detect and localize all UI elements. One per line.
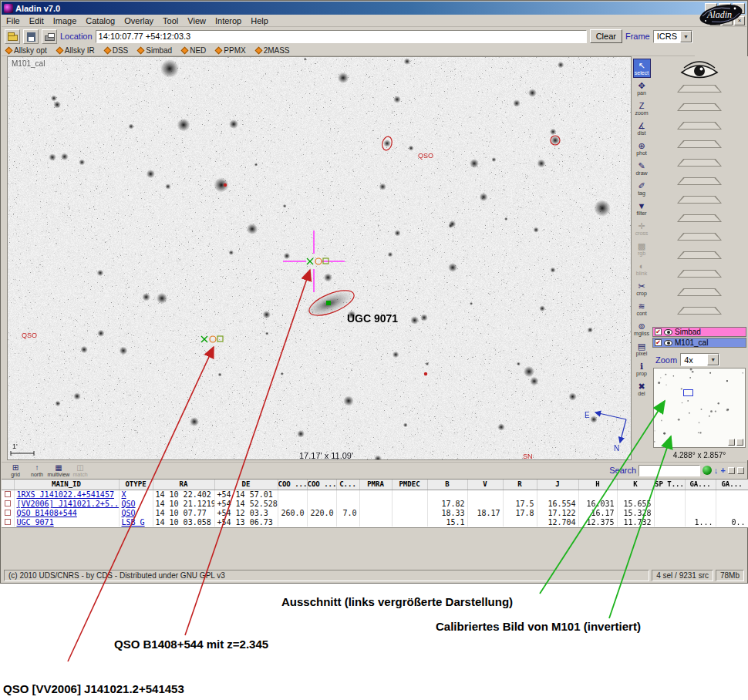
menu-edit[interactable]: Edit — [25, 15, 49, 26]
server-allsky-opt[interactable]: Allsky opt — [6, 46, 47, 55]
cell[interactable]: QSO B1408+544 — [14, 508, 119, 517]
server-ned[interactable]: NED — [182, 46, 206, 55]
cell[interactable]: 1RXS J141022.4+541457 — [14, 490, 119, 499]
cell[interactable]: LSB G — [119, 517, 153, 527]
stack-slot[interactable] — [677, 85, 722, 93]
tool-phot[interactable]: ⊕phot — [633, 139, 651, 158]
cell-link[interactable]: UGC 9071 — [17, 518, 54, 527]
server-dss[interactable]: DSS — [105, 46, 129, 55]
server-simbad[interactable]: Simbad — [138, 46, 172, 55]
cell-link[interactable]: [VV2006] J141021.2+5.. — [17, 500, 119, 508]
tool-prop[interactable]: ℹprop — [633, 359, 651, 379]
column-header-16[interactable]: GA... — [685, 480, 716, 490]
location-input[interactable] — [96, 30, 587, 43]
zoom-select[interactable]: 4x ▼ — [680, 353, 719, 366]
menu-view[interactable]: View — [183, 15, 211, 26]
column-header-8[interactable]: PMDEC — [392, 480, 427, 490]
frame-select[interactable]: ICRS ▼ — [653, 30, 692, 43]
viewctl-multiview[interactable]: ▦multiview — [49, 463, 69, 477]
chevron-down-icon[interactable]: ▼ — [680, 31, 692, 42]
column-header-12[interactable]: J — [537, 480, 578, 490]
stack-slot[interactable] — [677, 233, 722, 241]
tool-zoom[interactable]: Zzoom — [633, 99, 651, 118]
cell[interactable]: QSO — [119, 499, 153, 508]
row-checkbox[interactable] — [5, 510, 11, 516]
table-row[interactable]: [VV2006] J141021.2+5..QSO14 10 21.1219+5… — [2, 499, 748, 508]
table-row[interactable]: QSO B1408+544QSO14 10 07.77+54 12 03.326… — [2, 508, 748, 517]
column-header-15[interactable]: SP T... — [654, 480, 685, 490]
column-header-1[interactable]: OTYPE — [119, 480, 153, 490]
cell[interactable]: UGC 9071 — [14, 517, 119, 527]
server-ppmx[interactable]: PPMX — [216, 46, 245, 55]
column-header-7[interactable]: PMRA — [359, 480, 392, 490]
tool-tag[interactable]: ✐tag — [633, 179, 651, 198]
cell-link[interactable]: QSO B1408+544 — [17, 509, 77, 517]
arrow-down-icon[interactable]: ↓ — [714, 465, 719, 476]
cell-link[interactable]: QSO — [122, 500, 136, 508]
cell-link[interactable]: LSB G — [122, 518, 145, 527]
server-2mass[interactable]: 2MASS — [256, 46, 290, 55]
column-header-4[interactable]: COO ... — [278, 480, 307, 490]
row-checkbox-cell[interactable] — [2, 490, 14, 499]
menu-help[interactable]: Help — [246, 15, 273, 26]
sky-view[interactable]: M101_cal — [7, 56, 632, 460]
column-header-10[interactable]: V — [467, 480, 503, 490]
stack-slot[interactable] — [677, 177, 722, 185]
layer-simbad[interactable]: ✔Simbad — [652, 327, 746, 337]
tool-draw[interactable]: ✎draw — [633, 159, 651, 178]
cell[interactable]: QSO — [119, 508, 153, 517]
panel-detach-button[interactable] — [728, 467, 735, 474]
print-button[interactable] — [42, 29, 57, 44]
cell-link[interactable]: QSO — [122, 509, 136, 517]
title-bar[interactable]: Aladin v7.0 _□× — [2, 2, 746, 15]
column-header-5[interactable]: COO ... — [307, 480, 336, 490]
menu-catalog[interactable]: Catalog — [81, 15, 120, 26]
tool-dist[interactable]: ∡dist — [633, 119, 651, 138]
thumbnail-canvas[interactable] — [654, 369, 745, 447]
stack-slot[interactable] — [677, 196, 722, 204]
column-header-13[interactable]: H — [578, 480, 617, 490]
go-icon[interactable] — [703, 466, 712, 475]
stack-slot[interactable] — [677, 307, 722, 315]
cell-link[interactable]: X — [122, 490, 126, 499]
stack-slot[interactable] — [677, 214, 722, 222]
server-allsky-ir[interactable]: Allsky IR — [57, 46, 95, 55]
thumbnail-option-button[interactable] — [736, 439, 743, 446]
column-header-14[interactable]: K — [617, 480, 654, 490]
row-checkbox[interactable] — [5, 491, 11, 497]
menu-image[interactable]: Image — [49, 15, 82, 26]
row-checkbox-cell[interactable] — [2, 499, 14, 508]
tool-mgliss[interactable]: ⊚mgliss — [633, 319, 651, 338]
tool-pixel[interactable]: ▤pixel — [633, 339, 651, 358]
menu-file[interactable]: File — [2, 15, 25, 26]
stack-slot[interactable] — [677, 270, 722, 278]
column-header-11[interactable]: R — [503, 480, 537, 490]
tool-del[interactable]: ✖del — [633, 379, 651, 399]
table-row[interactable]: UGC 9071LSB G14 10 03.058+54 13 06.7315.… — [2, 517, 748, 527]
row-checkbox-cell[interactable] — [2, 508, 14, 517]
stack-slot[interactable] — [677, 140, 722, 148]
tool-crop[interactable]: ✂crop — [633, 279, 651, 298]
column-header-3[interactable]: DE — [214, 480, 278, 490]
column-header-9[interactable]: B — [427, 480, 467, 490]
layer-checkbox[interactable]: ✔ — [655, 339, 662, 346]
thumbnail-fov-rect[interactable] — [683, 389, 693, 396]
stack-slot[interactable] — [677, 251, 722, 259]
stack-slot[interactable] — [677, 103, 722, 111]
panel-collapse-button[interactable] — [737, 467, 744, 474]
add-icon[interactable]: + — [721, 465, 726, 476]
open-plane-button[interactable] — [5, 29, 20, 44]
stack-slot[interactable] — [677, 288, 722, 296]
cell-link[interactable]: 1RXS J141022.4+541457 — [17, 490, 114, 499]
menu-tool[interactable]: Tool — [158, 15, 183, 26]
table-row[interactable]: 1RXS J141022.4+541457X14 10 22.402+54 14… — [2, 490, 748, 499]
column-header-0[interactable]: MAIN_ID — [14, 480, 119, 490]
row-checkbox[interactable] — [5, 519, 11, 525]
menu-overlay[interactable]: Overlay — [120, 15, 158, 26]
tool-cont[interactable]: ≋cont — [633, 299, 651, 318]
clear-button[interactable]: Clear — [590, 29, 622, 43]
stack-slot[interactable] — [677, 159, 722, 167]
column-header-2[interactable]: RA — [153, 480, 214, 490]
tool-pan[interactable]: ✥pan — [633, 79, 651, 98]
column-header-6[interactable]: C... — [336, 480, 359, 490]
